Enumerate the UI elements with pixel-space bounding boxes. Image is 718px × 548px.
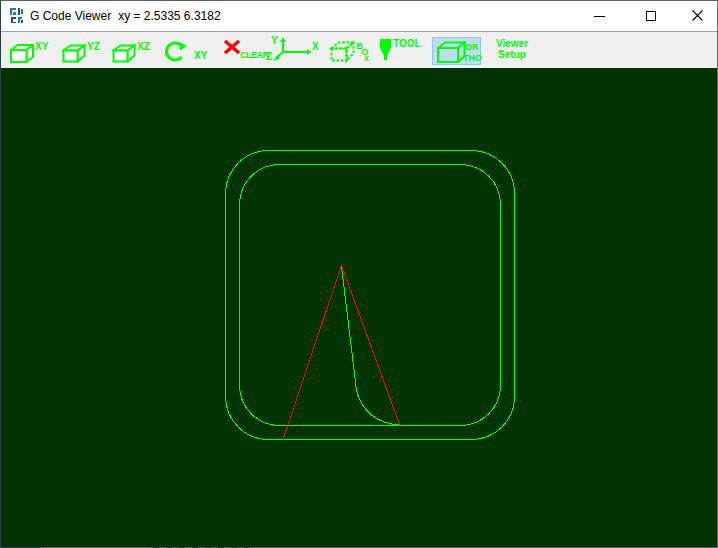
cube-icon bbox=[112, 44, 136, 63]
cube-icon bbox=[62, 44, 86, 63]
app-icon bbox=[8, 7, 26, 25]
ortho-label-line1: OR bbox=[465, 42, 479, 52]
axes-button[interactable]: Y X Z bbox=[264, 35, 319, 65]
view-yz-button[interactable]: YZ bbox=[62, 41, 106, 63]
close-button[interactable] bbox=[675, 1, 718, 31]
axes-x-label: X bbox=[312, 41, 319, 52]
window-title-coords: xy = 2.5335 6.3182 bbox=[118, 9, 220, 23]
window-title: G Code Viewerxy = 2.5335 6.3182 bbox=[30, 9, 221, 23]
tool-label: TOOL bbox=[393, 38, 421, 49]
rotate-xy-button[interactable]: XY bbox=[164, 40, 210, 64]
viewer-setup-label-line2: Setup bbox=[488, 49, 536, 60]
tool-button[interactable]: TOOL bbox=[380, 38, 432, 62]
rotate-arrow-icon bbox=[164, 40, 192, 63]
maximize-icon bbox=[646, 11, 656, 21]
viewer-setup-label-line1: Viewer bbox=[488, 38, 536, 49]
close-icon bbox=[692, 10, 704, 22]
title-bar[interactable]: G Code Viewerxy = 2.5335 6.3182 bbox=[1, 1, 717, 31]
box-letter-x: x bbox=[364, 53, 369, 63]
view-xz-label: XZ bbox=[137, 41, 150, 52]
ortho-label-line2: THO bbox=[463, 53, 482, 63]
view-xz-button[interactable]: XZ bbox=[112, 41, 156, 63]
view-xy-label: XY bbox=[35, 41, 48, 52]
ortho-button[interactable]: OR THO bbox=[432, 37, 481, 65]
view-xy-button[interactable]: XY bbox=[10, 41, 54, 63]
gcode-viewport[interactable] bbox=[1, 68, 717, 547]
maximize-button[interactable] bbox=[628, 1, 674, 31]
cube-icon bbox=[10, 44, 34, 63]
viewer-setup-button[interactable]: Viewer Setup bbox=[488, 38, 536, 62]
axes-icon: Y X Z bbox=[264, 35, 319, 65]
axes-y-label: Y bbox=[271, 35, 278, 46]
dashed-cube-icon: B O x bbox=[329, 39, 373, 65]
axes-z-label: Z bbox=[266, 51, 272, 62]
app-window: G Code Viewerxy = 2.5335 6.3182 XY bbox=[0, 0, 718, 548]
cube-icon bbox=[437, 41, 466, 63]
view-yz-label: YZ bbox=[87, 41, 100, 52]
toolbar: XY YZ XZ bbox=[1, 32, 717, 68]
red-x-icon bbox=[223, 39, 241, 55]
window-title-app: G Code Viewer bbox=[30, 9, 111, 23]
tool-bit-icon bbox=[380, 39, 392, 61]
minimize-button[interactable] bbox=[576, 1, 622, 31]
rotate-xy-label: XY bbox=[194, 50, 207, 61]
minimize-icon bbox=[594, 16, 605, 17]
box-button[interactable]: B O x bbox=[329, 39, 373, 65]
